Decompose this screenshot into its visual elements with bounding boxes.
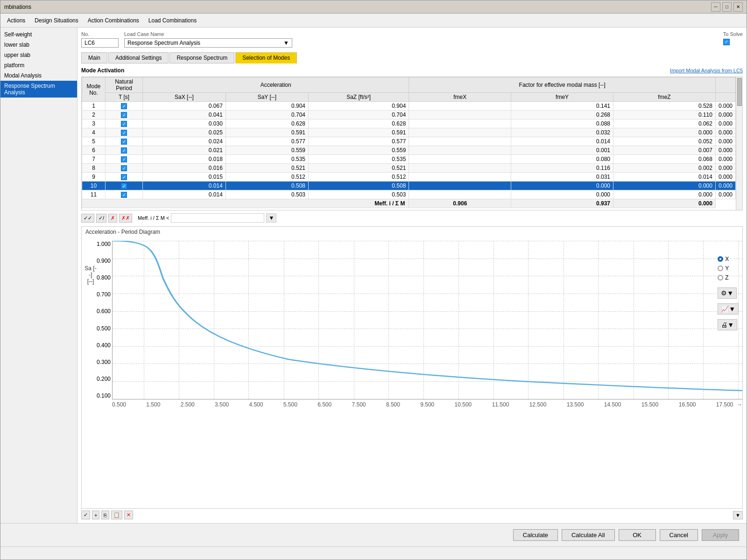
table-row[interactable]: 3 ✓ 0.030 0.628 0.628 0.088 0.062 0.000 xyxy=(82,119,736,128)
checkbox-cell[interactable]: ✓ xyxy=(106,102,143,111)
checkbox-cell[interactable]: ✓ xyxy=(106,146,143,155)
filter-input[interactable] xyxy=(171,213,264,223)
maximize-button[interactable]: □ xyxy=(722,2,732,12)
cancel-button[interactable]: Cancel xyxy=(660,529,698,541)
menu-actions[interactable]: Actions xyxy=(2,15,30,26)
row-checkbox[interactable]: ✓ xyxy=(121,139,127,145)
row-checkbox[interactable]: ✓ xyxy=(121,174,127,180)
sidebar-item-lower-slab[interactable]: lower slab xyxy=(0,40,77,50)
apply-button[interactable]: Apply xyxy=(702,529,739,541)
filter-dropdown-button[interactable]: ▼ xyxy=(266,213,276,223)
to-solve-checkbox[interactable]: ✓ xyxy=(723,39,730,45)
t-cell: 0.015 xyxy=(143,173,226,182)
sidebar-item-upper-slab[interactable]: upper slab xyxy=(0,50,77,60)
radio-y-option[interactable]: Y xyxy=(718,265,729,272)
calculate-button[interactable]: Calculate xyxy=(513,529,558,541)
row-checkbox[interactable]: ✓ xyxy=(121,156,127,162)
table-row[interactable]: 4 ✓ 0.025 0.591 0.591 0.032 0.000 0.000 xyxy=(82,128,736,137)
sidebar-item-modal-analysis[interactable]: Modal Analysis xyxy=(0,70,77,81)
checkbox-cell[interactable]: ✓ xyxy=(106,190,143,199)
import-modal-link[interactable]: Import Modal Analysis from LC5 xyxy=(670,68,743,73)
row-checkbox[interactable]: ✓ xyxy=(121,192,127,198)
table-row[interactable]: 6 ✓ 0.021 0.559 0.559 0.001 0.007 0.000 xyxy=(82,146,736,155)
sidebar-item-response-spectrum[interactable]: Response Spectrum Analysis xyxy=(0,81,77,98)
row-checkbox[interactable]: ✓ xyxy=(121,183,127,189)
select-filtered-button[interactable]: ✓/ xyxy=(96,214,106,223)
deselect-all-button[interactable]: ✗✗ xyxy=(119,214,132,223)
checkbox-cell[interactable]: ✓ xyxy=(106,164,143,173)
table-row[interactable]: 2 ✓ 0.041 0.704 0.704 0.268 0.110 0.000 xyxy=(82,111,736,119)
checkbox-cell[interactable]: ✓ xyxy=(106,111,143,119)
tab-main[interactable]: Main xyxy=(81,52,107,63)
deselect-button[interactable]: ✗ xyxy=(108,214,117,223)
radio-z-option[interactable]: Z xyxy=(718,274,728,281)
tab-additional-settings[interactable]: Additional Settings xyxy=(108,52,169,63)
minimize-button[interactable]: ─ xyxy=(711,2,720,12)
row-checkbox[interactable]: ✓ xyxy=(121,103,127,109)
row-checkbox[interactable]: ✓ xyxy=(121,121,127,127)
say-cell: 0.521 xyxy=(309,164,409,173)
scroll-down-button[interactable]: ▼ xyxy=(733,511,743,519)
table-row[interactable]: 10 ✓ 0.014 0.508 0.508 0.000 0.000 0.000 xyxy=(82,182,736,190)
table-row[interactable]: 9 ✓ 0.015 0.512 0.512 0.031 0.014 0.000 xyxy=(82,173,736,182)
x-tick-15.5: 15.500 xyxy=(641,401,659,408)
say-cell: 0.559 xyxy=(309,146,409,155)
x-tick-16.5: 16.500 xyxy=(679,401,696,408)
ok-button[interactable]: OK xyxy=(619,529,656,541)
col-header-natural-period: Natural Period xyxy=(106,77,143,93)
tabs-bar: Main Additional Settings Response Spectr… xyxy=(81,52,743,63)
checkbox-cell[interactable]: ✓ xyxy=(106,155,143,164)
menu-load-combinations[interactable]: Load Combinations xyxy=(144,15,201,26)
bottom-delete-button[interactable]: ✕ xyxy=(124,511,133,519)
row-checkbox[interactable]: ✓ xyxy=(121,112,127,118)
bottom-check-button[interactable]: ✓ xyxy=(81,511,90,519)
fmex-cell: 0.080 xyxy=(511,155,613,164)
tab-selection-of-modes[interactable]: Selection of Modes xyxy=(235,52,297,63)
table-row[interactable]: 8 ✓ 0.016 0.521 0.521 0.116 0.002 0.000 xyxy=(82,164,736,173)
scrollbar-thumb[interactable] xyxy=(737,78,742,106)
checkbox-cell[interactable]: ✓ xyxy=(106,137,143,146)
checkbox-cell[interactable]: ✓ xyxy=(106,182,143,190)
load-case-dropdown[interactable]: Response Spectrum Analysis ▼ xyxy=(124,38,292,48)
calculate-all-button[interactable]: Calculate All xyxy=(562,529,615,541)
sidebar-item-platform[interactable]: platform xyxy=(0,60,77,70)
table-row[interactable]: 5 ✓ 0.024 0.577 0.577 0.014 0.052 0.000 xyxy=(82,137,736,146)
checkbox-cell[interactable]: ✓ xyxy=(106,119,143,128)
table-scrollbar[interactable] xyxy=(736,77,742,210)
bottom-add-button[interactable]: + xyxy=(92,511,99,519)
menu-design-situations[interactable]: Design Situations xyxy=(30,15,83,26)
select-all-button[interactable]: ✓✓ xyxy=(81,214,94,223)
print-button[interactable]: 🖨▼ xyxy=(718,319,737,330)
x-tick-13.5: 13.500 xyxy=(567,401,584,408)
bottom-copy-button[interactable]: ⎘ xyxy=(101,511,109,519)
main-window: mbinations ─ □ ✕ Actions Design Situatio… xyxy=(0,0,747,560)
fmey-cell: 0.528 xyxy=(613,102,716,111)
fmez-cell: 0.000 xyxy=(715,155,735,164)
table-row[interactable]: 1 ✓ 0.067 0.904 0.904 0.141 0.528 0.000 xyxy=(82,102,736,111)
tab-response-spectrum[interactable]: Response Spectrum xyxy=(169,52,234,63)
row-checkbox[interactable]: ✓ xyxy=(121,130,127,136)
bottom-paste-button[interactable]: 📋 xyxy=(111,511,122,519)
lc-number-input[interactable] xyxy=(81,38,119,48)
close-button[interactable]: ✕ xyxy=(733,2,743,12)
radio-x-option[interactable]: X xyxy=(718,256,729,262)
menu-action-combinations[interactable]: Action Combinations xyxy=(83,15,144,26)
row-checkbox[interactable]: ✓ xyxy=(121,147,127,154)
y-tick-600: 0.600 xyxy=(97,308,111,315)
table-row[interactable]: 11 ✓ 0.014 0.503 0.503 0.000 0.000 0.000 xyxy=(82,190,736,199)
saz-cell xyxy=(409,119,511,128)
settings-button[interactable]: ⚙▼ xyxy=(718,287,737,299)
checkbox-cell[interactable]: ✓ xyxy=(106,173,143,182)
t-cell: 0.030 xyxy=(143,119,226,128)
curve-settings-button[interactable]: 📈▼ xyxy=(718,303,739,315)
checkbox-cell[interactable]: ✓ xyxy=(106,128,143,137)
x-axis-arrow: → xyxy=(737,401,742,408)
sidebar-item-self-weight[interactable]: Self-weight xyxy=(0,29,77,40)
row-checkbox[interactable]: ✓ xyxy=(121,165,127,171)
table-row[interactable]: 7 ✓ 0.018 0.535 0.535 0.080 0.068 0.000 xyxy=(82,155,736,164)
fmex-cell: 0.088 xyxy=(511,119,613,128)
no-label: No. xyxy=(81,31,119,37)
saz-cell xyxy=(409,137,511,146)
y-tick-200: 0.200 xyxy=(97,376,111,382)
fmey-cell: 0.014 xyxy=(613,173,716,182)
